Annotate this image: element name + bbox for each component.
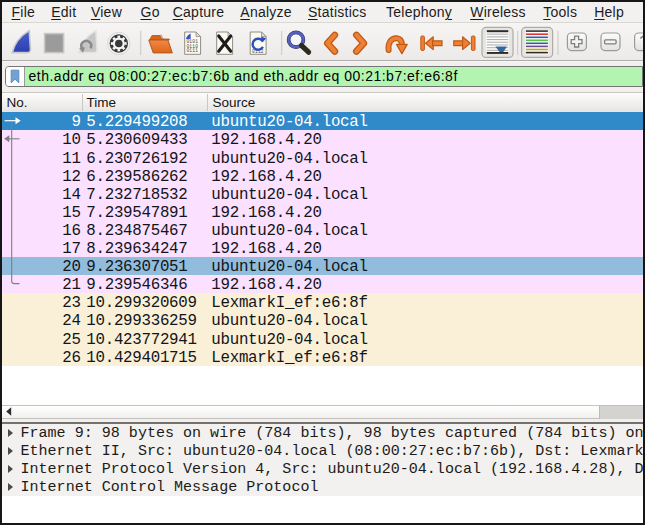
svg-text:0111: 0111 bbox=[186, 48, 198, 53]
